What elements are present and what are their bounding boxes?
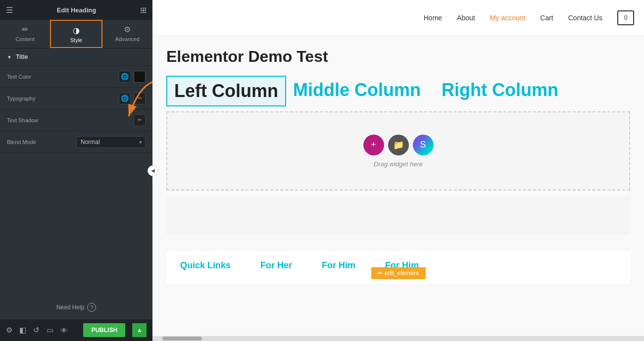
edit-element-label: ✏ edit_element [378,270,418,277]
left-panel: ☰ Edit Heading ⊞ ✏ Content ◑ Style ⚙ Adv… [0,0,152,341]
stripe-widget-button[interactable]: S [413,135,434,155]
need-help-label: Need Help [56,304,85,311]
bottom-bar: ⚙ ◧ ↺ ▭ 👁 PUBLISH ▲ [0,319,152,341]
section-arrow-icon: ▼ [7,54,12,60]
style-icon: ◑ [73,26,80,35]
collapse-panel-button[interactable]: ◀ [148,165,158,176]
preview-icon[interactable]: 👁 [60,326,68,335]
text-shadow-actions: ✏ [134,114,146,126]
page-title: Elementor Demo Test [166,48,630,66]
text-shadow-edit-btn[interactable]: ✏ [134,114,146,126]
blend-mode-actions: Normal Multiply Screen Overlay Darken Li… [76,136,146,148]
hamburger-icon[interactable]: ☰ [6,5,13,15]
history-icon[interactable]: ↺ [33,326,40,335]
col-middle-heading: Middle Column [286,76,435,106]
panel-title: Edit Heading [13,6,140,14]
blend-mode-select[interactable]: Normal Multiply Screen Overlay Darken Li… [76,136,146,148]
widget-drop-area: + 📁 S Drag widget here [166,111,630,191]
panel-header: ☰ Edit Heading ⊞ [0,0,152,20]
empty-section [166,195,630,235]
typography-global-btn[interactable]: 🌐 [119,93,131,104]
blend-mode-select-wrapper: Normal Multiply Screen Overlay Darken Li… [76,136,146,148]
responsive-icon[interactable]: ▭ [47,326,53,335]
widget-icons-row: + 📁 S [363,135,434,155]
footer-forhim1-title: For Him [322,260,355,271]
tab-content[interactable]: ✏ Content [0,20,50,48]
settings-icon[interactable]: ⚙ [6,326,12,335]
tabs-row: ✏ Content ◑ Style ⚙ Advanced [0,20,152,49]
help-icon: ? [87,303,96,312]
main-content: Home About My account Cart Contact Us 0 … [152,0,644,341]
publish-button[interactable]: PUBLISH [83,323,125,337]
page-content: Elementor Demo Test Left Column Middle C… [152,36,644,336]
need-help-link[interactable]: Need Help ? [7,303,146,312]
folder-widget-button[interactable]: 📁 [388,135,409,155]
content-icon: ✏ [22,25,28,34]
tab-style[interactable]: ◑ Style [50,20,102,48]
footer-col-quicklinks: Quick Links [180,260,231,274]
cart-button[interactable]: 0 [617,10,634,25]
text-color-swatch[interactable] [134,71,146,83]
cart-count: 0 [624,14,628,21]
typography-row: Typography 🌐 ✏ [0,88,152,109]
typography-label: Typography [7,96,119,101]
publish-arrow-button[interactable]: ▲ [132,323,147,337]
footer-col-forhim1: For Him [322,260,355,274]
horizontal-scrollbar[interactable] [152,336,644,341]
scrollbar-thumb[interactable] [162,337,202,341]
col-left-heading: Left Column [166,76,286,106]
nav-contactus[interactable]: Contact Us [568,14,602,22]
footer-quicklinks-title: Quick Links [180,260,231,271]
columns-row: Left Column Middle Column Right Column [166,76,630,106]
nav-about[interactable]: About [457,14,475,22]
section-title-label: Title [16,53,28,60]
layers-icon[interactable]: ◧ [19,326,26,335]
drag-label: Drag widget here [374,160,423,168]
panel-footer: Need Help ? [0,296,152,319]
typography-actions: 🌐 ✏ [119,93,146,104]
typography-edit-btn[interactable]: ✏ [134,93,146,104]
blend-mode-label: Blend Mode [7,139,76,145]
text-color-actions: 🌐 [119,71,146,83]
grid-icon[interactable]: ⊞ [140,5,147,15]
nav-myaccount[interactable]: My account [490,14,526,22]
footer-col-forher: For Her [260,260,292,274]
text-color-row: Text Color 🌐 [0,66,152,88]
edit-element-bar[interactable]: ✏ edit_element [371,267,425,279]
col-right-heading: Right Column [435,76,630,106]
nav-home[interactable]: Home [424,14,442,22]
advanced-icon: ⚙ [124,25,131,34]
tab-advanced[interactable]: ⚙ Advanced [102,20,152,48]
site-nav: Home About My account Cart Contact Us 0 [152,0,644,36]
text-shadow-row: Text Shadow ✏ [0,109,152,131]
nav-cart[interactable]: Cart [540,14,553,22]
text-color-global-btn[interactable]: 🌐 [119,71,131,83]
footer-forher-title: For Her [260,260,292,271]
blend-mode-row: Blend Mode Normal Multiply Screen Overla… [0,131,152,153]
text-color-label: Text Color [7,74,119,80]
add-widget-button[interactable]: + [363,135,384,155]
section-title-header[interactable]: ▼ Title [0,49,152,66]
text-shadow-label: Text Shadow [7,117,134,123]
